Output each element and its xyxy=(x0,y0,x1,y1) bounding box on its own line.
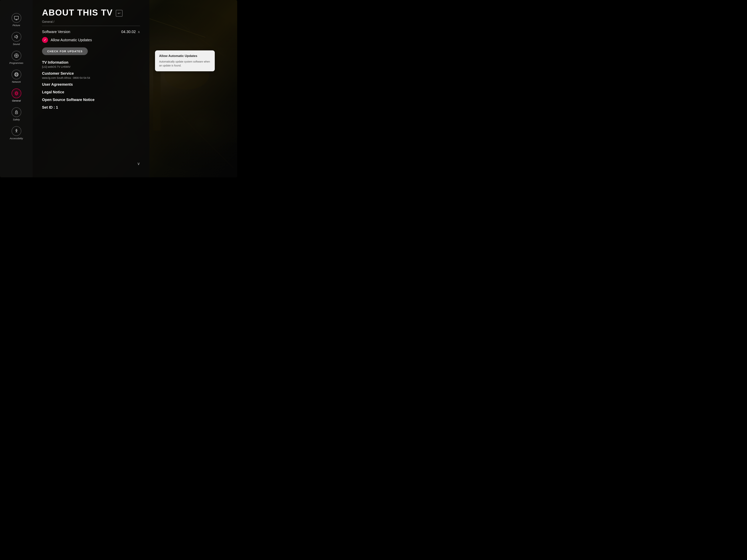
open-source-notice-item[interactable]: Open Source Software Notice xyxy=(42,98,140,102)
tooltip-title: Allow Automatic Updates xyxy=(159,54,211,58)
sidebar-label-safety: Safety xyxy=(13,118,20,121)
sound-icon xyxy=(11,32,21,42)
svg-point-12 xyxy=(16,55,17,56)
set-id: Set ID : 1 xyxy=(42,105,140,110)
general-icon xyxy=(11,88,21,98)
sidebar-item-programmes[interactable]: Programmes xyxy=(3,49,29,66)
tv-info-section: TV Information [LG] webOS TV LH590V xyxy=(42,60,140,68)
tv-info-title: TV Information xyxy=(42,60,140,64)
safety-icon xyxy=(11,107,21,117)
sidebar-item-general[interactable]: General xyxy=(3,87,29,104)
sidebar: Picture Sound xyxy=(0,0,33,177)
tv-frame: Picture Sound xyxy=(0,0,237,177)
auto-update-label: Allow Automatic Updates xyxy=(51,38,92,42)
software-version-row: Software Version 04.30.02 ∧ xyxy=(42,30,140,34)
top-divider xyxy=(42,26,140,26)
back-button[interactable]: ↩ xyxy=(116,10,123,17)
network-icon xyxy=(11,70,21,79)
picture-icon xyxy=(11,13,21,23)
customer-service-contact: www.lg.com South Africa : 0800-54-54-54 xyxy=(42,76,140,79)
accessibility-icon xyxy=(11,126,21,136)
sidebar-item-sound[interactable]: Sound xyxy=(3,30,29,47)
customer-service-title: Customer Service xyxy=(42,71,140,76)
svg-rect-7 xyxy=(15,16,19,19)
sidebar-item-safety[interactable]: Safety xyxy=(3,105,29,123)
svg-marker-10 xyxy=(15,35,17,38)
breadcrumb: General / xyxy=(42,20,140,24)
sidebar-label-general: General xyxy=(12,99,21,102)
sidebar-label-picture: Picture xyxy=(12,24,20,27)
sidebar-item-picture[interactable]: Picture xyxy=(3,11,29,29)
software-version-value: 04.30.02 ∧ xyxy=(121,30,140,34)
sidebar-label-programmes: Programmes xyxy=(9,61,23,64)
auto-update-checkbox[interactable]: ✓ xyxy=(42,37,48,43)
main-content: ABOUT THIS TV ↩ General / Software Versi… xyxy=(33,0,148,177)
chevron-down-icon[interactable]: ∨ xyxy=(137,161,140,166)
programmes-icon xyxy=(11,51,21,60)
user-agreements-item[interactable]: User Agreements xyxy=(42,82,140,87)
legal-notice-item[interactable]: Legal Notice xyxy=(42,90,140,94)
sidebar-label-network: Network xyxy=(12,80,21,83)
svg-point-22 xyxy=(16,92,17,94)
sidebar-label-accessibility: Accessibility xyxy=(10,137,23,140)
tooltip-popup: Allow Automatic Updates Automatically up… xyxy=(155,50,215,71)
sidebar-label-sound: Sound xyxy=(13,43,20,46)
check-updates-button[interactable]: CHECK FOR UPDATES xyxy=(42,47,88,55)
page-title: ABOUT THIS TV xyxy=(42,7,113,18)
customer-service-section: Customer Service www.lg.com South Africa… xyxy=(42,71,140,79)
tv-info-model: [LG] webOS TV LH590V xyxy=(42,65,140,68)
tooltip-body: Automatically update system software whe… xyxy=(159,60,211,68)
sidebar-item-accessibility[interactable]: Accessibility xyxy=(3,124,29,142)
auto-update-row[interactable]: ✓ Allow Automatic Updates xyxy=(42,37,140,43)
software-version-number: 04.30.02 xyxy=(121,30,136,34)
svg-point-25 xyxy=(16,129,17,130)
software-version-label: Software Version xyxy=(42,30,70,34)
svg-point-24 xyxy=(16,112,17,113)
sidebar-item-network[interactable]: Network xyxy=(3,68,29,85)
chevron-up-icon: ∧ xyxy=(138,30,140,34)
